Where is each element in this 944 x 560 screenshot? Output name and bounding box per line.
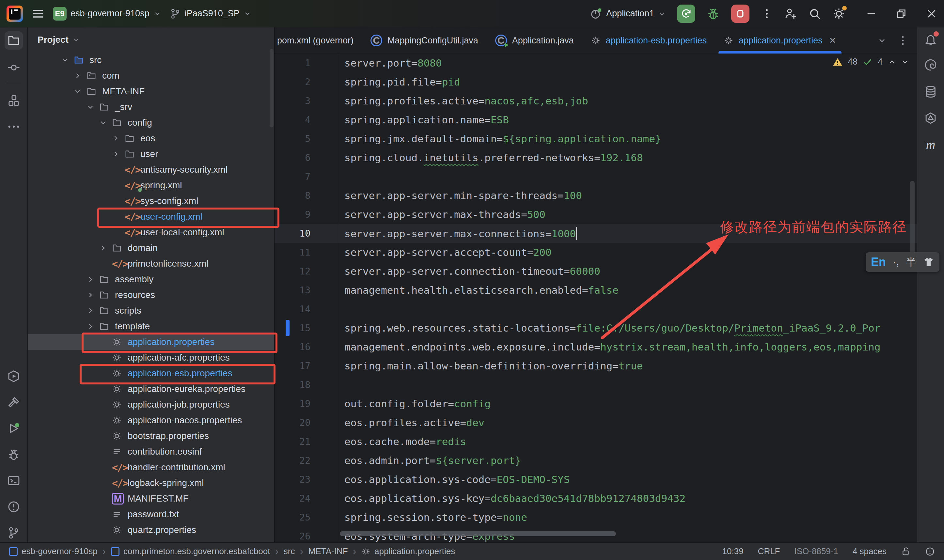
tree-item-sys-config.xml[interactable]: </>sys-config.xml [28, 193, 274, 209]
tree-item-domain[interactable]: domain [28, 240, 274, 256]
branch-widget[interactable]: iPaaS910_SP [170, 8, 251, 19]
tool-stripe-problems[interactable] [7, 500, 20, 513]
tool-stripe-debug[interactable] [7, 448, 20, 461]
tree-item-primetonlicense.xml[interactable]: </>primetonlicense.xml [28, 256, 274, 272]
caret-position[interactable]: 10:39 [722, 546, 744, 556]
tree-item-logback-spring.xml[interactable]: </>logback-spring.xml [28, 475, 274, 491]
chevron-right-icon[interactable] [86, 291, 99, 299]
line-separator[interactable]: CRLF [758, 546, 780, 556]
chevron-down-icon[interactable] [86, 103, 99, 111]
code-line-5[interactable]: 5spring.jmx.default-domain=${spring.appl… [274, 129, 917, 148]
code-line-15[interactable]: 15spring.web.resources.static-locations=… [274, 318, 917, 337]
editor-tab-application-esb.properties[interactable]: application-esb.properties [582, 28, 715, 54]
code-line-12[interactable]: 12server.app-server.connection-timeout=6… [274, 262, 917, 281]
tree-item-bootstrap.properties[interactable]: bootstrap.properties [28, 428, 274, 444]
editor-tab-application.properties[interactable]: application.properties✕ [715, 28, 844, 54]
ime-status-widget[interactable]: En ·, 半 [865, 252, 939, 272]
tool-stripe-maven[interactable]: m [926, 137, 936, 152]
tool-stripe-commit[interactable] [7, 61, 20, 74]
code-editor[interactable]: 1server.port=80802spring.pid.file=pid3sp… [274, 54, 917, 542]
tree-item-template[interactable]: template [28, 318, 274, 334]
chevron-down-icon[interactable] [99, 118, 112, 127]
code-line-3[interactable]: 3spring.profiles.active=nacos,afc,esb,jo… [274, 91, 917, 110]
tree-item-quartz.properties[interactable]: quartz.properties [28, 522, 274, 538]
chevron-right-icon[interactable] [99, 244, 112, 252]
code-line-6[interactable]: 6spring.cloud.inetutils.preferred-networ… [274, 148, 917, 167]
rerun-button[interactable] [677, 5, 695, 23]
code-line-20[interactable]: 20eos.profiles.active=dev [274, 413, 917, 432]
tool-stripe-dependencies[interactable] [924, 112, 937, 128]
tree-item-handler-contribution.xml[interactable]: </>handler-contribution.xml [28, 460, 274, 475]
code-line-22[interactable]: 22eos.admin.port=${server.port} [274, 451, 917, 470]
breadcrumb-item[interactable]: META-INF [308, 546, 348, 556]
tool-stripe-project[interactable] [7, 34, 20, 47]
code-line-8[interactable]: 8server.app-server.min-spare-threads=100 [274, 186, 917, 205]
code-line-4[interactable]: 4spring.application.name=ESB [274, 110, 917, 129]
chevron-right-icon[interactable] [112, 134, 125, 143]
chevron-right-icon[interactable] [86, 275, 99, 284]
more-actions-icon[interactable] [761, 8, 773, 20]
window-close-icon[interactable] [926, 8, 938, 20]
tool-stripe-more-tools[interactable] [7, 120, 20, 133]
tool-stripe-terminal[interactable] [7, 474, 20, 487]
tool-stripe-database[interactable] [924, 85, 937, 101]
tree-item-META-INF[interactable]: META-INF [28, 83, 274, 99]
tool-stripe-services[interactable] [7, 370, 20, 383]
code-line-23[interactable]: 23eos.application.sys-code=EOS-DEMO-SYS [274, 470, 917, 489]
tree-item-assembly[interactable]: assembly [28, 272, 274, 287]
tab-close-icon[interactable]: ✕ [829, 35, 836, 46]
code-line-13[interactable]: 13management.health.elasticsearch.enable… [274, 281, 917, 300]
tree-item-contribution.eosinf[interactable]: contribution.eosinf [28, 444, 274, 460]
tab-list-chevron-icon[interactable] [878, 36, 887, 45]
tree-item-application-job.properties[interactable]: application-job.properties [28, 397, 274, 412]
code-line-19[interactable]: 19out.config.folder=config [274, 394, 917, 413]
stop-button[interactable] [731, 5, 750, 23]
tool-stripe-build[interactable] [7, 396, 20, 409]
code-line-2[interactable]: 2spring.pid.file=pid [274, 72, 917, 91]
run-configuration-select[interactable]: Application1 [590, 8, 666, 20]
debug-button[interactable] [706, 7, 720, 20]
inspections-widget[interactable]: 48 4 [833, 57, 909, 67]
tool-stripe-ai-assistant[interactable] [924, 58, 937, 74]
tree-item-MANIFEST.MF[interactable]: MMANIFEST.MF [28, 491, 274, 506]
code-line-16[interactable]: 16management.endpoints.web.exposure.incl… [274, 337, 917, 356]
chevron-down-icon[interactable] [74, 87, 86, 95]
tree-item-com[interactable]: com [28, 68, 274, 83]
tree-item-user[interactable]: user [28, 146, 274, 162]
tool-stripe-version-control[interactable] [7, 526, 20, 540]
tool-stripe-notifications[interactable] [924, 33, 937, 49]
chevron-up-icon[interactable] [888, 58, 896, 66]
tree-item-src[interactable]: src [28, 52, 274, 68]
chevron-right-icon[interactable] [86, 322, 99, 331]
unlock-icon[interactable] [901, 547, 911, 556]
horizontal-scrollbar[interactable] [340, 531, 616, 536]
chevron-down-icon[interactable] [61, 56, 74, 64]
tree-item-scripts[interactable]: scripts [28, 303, 274, 318]
main-menu-icon[interactable] [31, 7, 45, 20]
chevron-right-icon[interactable] [74, 71, 86, 80]
tree-item-config[interactable]: config [28, 115, 274, 131]
tree-item-application-nacos.properties[interactable]: application-nacos.properties [28, 412, 274, 428]
project-panel-header[interactable]: Project [28, 28, 274, 52]
chevron-down-icon[interactable] [901, 58, 909, 66]
chevron-right-icon[interactable] [86, 306, 99, 315]
tree-item-eos[interactable]: eos [28, 131, 274, 146]
code-line-25[interactable]: 25spring.session.store-type=none [274, 508, 917, 527]
chevron-right-icon[interactable] [112, 150, 125, 158]
code-line-7[interactable]: 7 [274, 167, 917, 186]
project-widget[interactable]: E9 esb-governor-910sp [53, 7, 161, 20]
tree-item-resources[interactable]: resources [28, 287, 274, 303]
code-with-me-icon[interactable] [784, 7, 797, 20]
tree-item-spring.xml[interactable]: </>spring.xml [28, 177, 274, 193]
search-everywhere-icon[interactable] [808, 7, 821, 20]
breadcrumb-item[interactable]: src [284, 546, 295, 556]
breadcrumb-item[interactable]: com.primeton.esb.governor.esbafcboot [111, 546, 270, 556]
code-line-21[interactable]: 21eos.cache.mode=redis [274, 432, 917, 451]
code-line-24[interactable]: 24eos.application.sys-key=dc6baaed30e541… [274, 489, 917, 508]
window-minimize-icon[interactable] [865, 8, 877, 19]
code-line-14[interactable]: 14 [274, 300, 917, 318]
editor-tab-pom.xml--governor-[interactable]: pom.xml (governor) [274, 28, 362, 54]
editor-tab-MappingConfigUtil.java[interactable]: CMappingConfigUtil.java [362, 28, 487, 54]
vertical-scrollbar[interactable] [910, 181, 915, 257]
tree-item-antisamy-security.xml[interactable]: </>antisamy-security.xml [28, 162, 274, 177]
